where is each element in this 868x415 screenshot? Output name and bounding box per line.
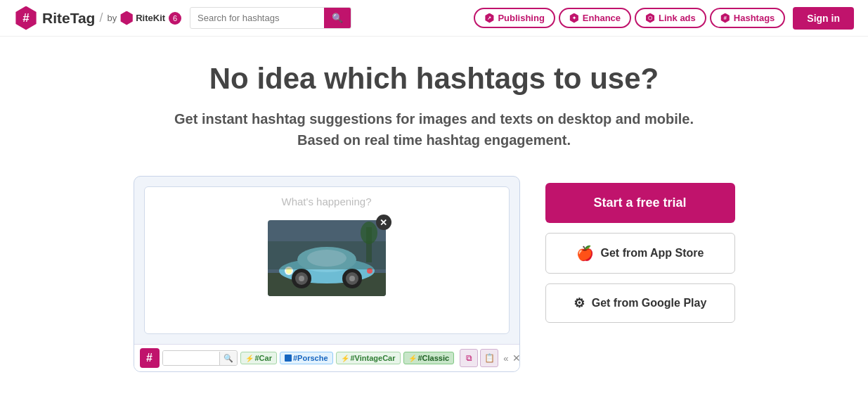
page-subheadline: Get instant hashtag suggestions for imag… <box>167 108 701 151</box>
app-store-button[interactable]: 🍎 Get from App Store <box>545 233 735 274</box>
chip-vintagecar-label: #VintageCar <box>351 354 396 362</box>
svg-point-13 <box>349 276 355 281</box>
car-image-wrapper: ✕ <box>268 220 386 296</box>
enhance-label: Enhance <box>583 13 621 23</box>
main-content: No idea which hashtags to use? Get insta… <box>0 37 868 386</box>
composer-inner[interactable]: What's happening? <box>144 186 510 334</box>
lightning-icon: ⚡ <box>245 355 254 362</box>
car-image <box>268 220 386 296</box>
hashtag-chip-porsche[interactable]: #Porsche <box>280 352 333 364</box>
logo-area: # RiteTag / by RiteKit 6 <box>14 6 181 30</box>
ritekit-hex-icon <box>119 11 134 25</box>
link-ads-label: Link ads <box>659 13 696 23</box>
svg-point-16 <box>361 222 377 244</box>
link-ads-nav-btn[interactable]: ⬡ Link ads <box>635 8 706 28</box>
lightning-icon-2: ⚡ <box>341 355 349 362</box>
notification-badge[interactable]: 6 <box>169 12 181 25</box>
hashtags-nav-btn[interactable]: # Hashtags <box>710 8 786 28</box>
toolbar-icons: ⧉ 📋 <box>460 349 498 367</box>
composer-card: What's happening? <box>134 176 520 372</box>
publishing-label: Publishing <box>498 13 544 23</box>
cta-column: Start a free trial 🍎 Get from App Store … <box>545 176 735 323</box>
svg-point-10 <box>299 276 304 281</box>
collapse-icon[interactable]: « <box>503 353 508 364</box>
google-play-button[interactable]: ⚙ Get from Google Play <box>545 283 735 323</box>
enhance-nav-btn[interactable]: ✦ Enhance <box>559 8 631 28</box>
apple-icon: 🍎 <box>576 245 594 262</box>
copy-icon[interactable]: ⧉ <box>460 349 478 367</box>
signin-button[interactable]: Sign in <box>793 7 854 30</box>
search-area: 🔍 <box>190 7 351 29</box>
logo-divider: / <box>99 11 103 25</box>
search-input[interactable] <box>190 8 324 27</box>
hashtag-search-input[interactable] <box>163 351 219 365</box>
hashtag-chip-vintagecar[interactable]: ⚡ #VintageCar <box>336 352 401 364</box>
header: # RiteTag / by RiteKit 6 🔍 ↗ Publishing … <box>0 0 868 37</box>
link-ads-icon: ⬡ <box>645 13 655 23</box>
chip-porsche-label: #Porsche <box>293 354 328 362</box>
hashtags-icon: # <box>720 13 730 23</box>
composer-placeholder: What's happening? <box>145 187 509 216</box>
android-icon: ⚙ <box>574 295 585 311</box>
google-play-label: Get from Google Play <box>592 297 707 309</box>
search-button[interactable]: 🔍 <box>324 8 351 28</box>
logo-text: RiteTag <box>42 10 95 27</box>
chip-car-label: #Car <box>255 354 272 362</box>
hashtag-chip-classic[interactable]: ⚡ #Classic <box>403 352 455 364</box>
chip-classic-label: #Classic <box>418 354 450 362</box>
publishing-nav-btn[interactable]: ↗ Publishing <box>474 8 555 28</box>
close-bar-button[interactable]: ✕ <box>512 352 519 364</box>
enhance-icon: ✦ <box>569 13 579 23</box>
lightning-icon-3: ⚡ <box>408 355 417 362</box>
by-label: by <box>107 13 117 23</box>
publishing-icon: ↗ <box>484 13 494 23</box>
close-image-button[interactable]: ✕ <box>376 215 391 230</box>
hashtags-label: Hashtags <box>734 13 775 23</box>
hashtag-chip-car[interactable]: ⚡ #Car <box>240 352 277 364</box>
nav-right: ↗ Publishing ✦ Enhance ⬡ Link ads # Hash… <box>474 7 854 30</box>
content-row: What's happening? <box>83 176 786 372</box>
paste-icon[interactable]: 📋 <box>480 349 498 367</box>
blue-square-icon <box>285 355 292 362</box>
hashtag-search-icon[interactable]: 🔍 <box>219 352 237 365</box>
logo-hex-icon: # <box>14 6 38 30</box>
hashtag-icon-box[interactable]: # <box>140 348 160 368</box>
page-headline: No idea which hashtags to use? <box>14 62 854 96</box>
start-trial-button[interactable]: Start a free trial <box>545 183 735 223</box>
ritekit-label: RiteKit <box>136 13 165 23</box>
hashtag-bar: # 🔍 ⚡ #Car #Porsche ⚡ # <box>134 344 519 371</box>
hashtag-search-box: 🔍 <box>162 350 238 366</box>
app-store-label: Get from App Store <box>601 247 704 260</box>
